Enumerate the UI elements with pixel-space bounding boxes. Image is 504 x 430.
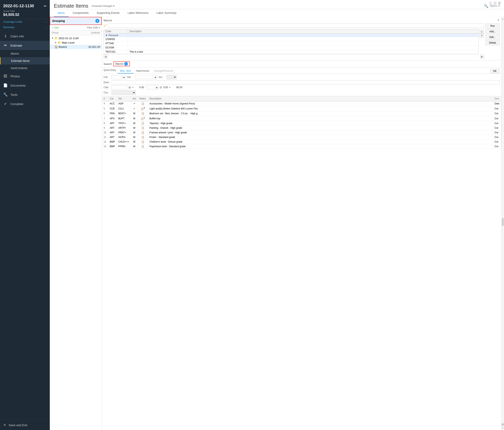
qe-tab-misc-item[interactable]: Misc. Item bbox=[118, 69, 134, 73]
macros-row-0[interactable]: 123WSD bbox=[104, 37, 478, 41]
table-row[interactable]: 7 APS BUFT M 📋1 Buffet tray Cor bbox=[102, 116, 501, 121]
tab-labor-minimums[interactable]: Labor Minimums bbox=[124, 9, 152, 17]
table-row[interactable]: 9 ART ARTP+ M 📋 Painting - Artwork - Hig… bbox=[102, 126, 501, 130]
save-exit-label: Save and Exit bbox=[9, 423, 27, 427]
root-expand-icon[interactable]: ▼ bbox=[51, 37, 54, 39]
search-icon[interactable]: 🔍 bbox=[484, 4, 488, 8]
sidebar-item-sketch[interactable]: Sketch bbox=[0, 50, 50, 57]
unsaved-changes[interactable]: Unsaved changes ▾ bbox=[91, 4, 115, 8]
cell-act-8: M bbox=[131, 140, 138, 144]
cell-cov-4: Cor bbox=[493, 121, 501, 126]
tools-icon: 🔧 bbox=[3, 92, 8, 97]
sidebar-item-photos[interactable]: 🖼 Photos bbox=[0, 72, 50, 81]
macros-row-1[interactable]: ATT345 bbox=[104, 41, 478, 46]
macros-run-button[interactable]: Run bbox=[486, 24, 500, 28]
act-select[interactable] bbox=[167, 75, 177, 79]
level1-expand-icon[interactable]: ▼ bbox=[54, 41, 57, 44]
macros-add-button[interactable]: Add... bbox=[486, 29, 500, 34]
scrollbar-up[interactable]: ▲ bbox=[501, 17, 504, 21]
sel-dropdown-icon[interactable]: ◀ bbox=[153, 76, 157, 79]
table-row[interactable]: 4 ACC AGP + 📋 Accessories - Mobile Home … bbox=[102, 101, 501, 106]
maximize-button[interactable]: □ bbox=[494, 2, 496, 4]
col-group: Group bbox=[52, 31, 58, 34]
macros-scroll-up[interactable]: ▲ bbox=[479, 29, 484, 34]
search-macros-badge[interactable]: Macros 1 bbox=[113, 62, 130, 66]
documents-label: Documents bbox=[10, 84, 26, 87]
quick-entry-calc-row: Calc: ⊞ = 0.00 ◀ @ 0.00 = $0.00 bbox=[104, 85, 500, 89]
table-row[interactable]: 10 ART PRNT+ M 📋 Framed artwork / print … bbox=[102, 130, 501, 135]
table-row[interactable]: 5 CCE CCLI + 📋3 Light and(&) Motion Side… bbox=[102, 106, 501, 111]
macros-scroll-left[interactable]: ◀ bbox=[104, 55, 107, 59]
search-label: Search bbox=[104, 63, 112, 65]
back-icon[interactable]: ⇐ bbox=[44, 4, 46, 8]
macros-col-desc: Description bbox=[128, 29, 478, 33]
tree-root[interactable]: ▼ 📁 2022-01-12-1130 bbox=[50, 36, 102, 40]
sidebar-item-estimate[interactable]: ✏ Estimate bbox=[0, 41, 50, 50]
cat-dropdown-icon[interactable]: ◀ bbox=[122, 76, 125, 79]
cell-sel-1: CCLI bbox=[117, 106, 131, 111]
minimize-button[interactable]: − bbox=[489, 2, 492, 4]
sidebar: 2022-01-12-1130 ⇐ Grand Total $4,505.52 … bbox=[0, 0, 50, 430]
sidebar-item-coverage-limits[interactable]: Coverage Limits › bbox=[0, 19, 50, 25]
sel-input[interactable] bbox=[135, 75, 153, 79]
sidebar-item-tools[interactable]: 🔧 Tools bbox=[0, 90, 50, 99]
tree-room1[interactable]: 🏠 Room1 $3,991.99 bbox=[50, 45, 102, 49]
table-row[interactable]: 8 ART TPST+ M 📋 Tapestry - High grade Co… bbox=[102, 121, 501, 126]
table-row[interactable]: 12 BMP CHLD+++ M 📋 Children's book - Del… bbox=[102, 140, 501, 144]
col-header-sel: Sel bbox=[117, 96, 131, 101]
estimate-items-label: Estimate Items bbox=[11, 59, 30, 63]
tab-labor-summary[interactable]: Labor Summary bbox=[153, 9, 181, 17]
filter-button[interactable]: Filter (Off) ▾ bbox=[87, 26, 100, 29]
macros-scroll-down[interactable]: ▼ bbox=[479, 34, 484, 37]
table-row[interactable]: 11 ART HCPH- M 📋 Poster - Standard grade… bbox=[102, 135, 501, 140]
sidebar-item-claim-info[interactable]: ℹ Claim Info bbox=[0, 32, 50, 41]
sidebar-item-summary[interactable]: Summary › bbox=[0, 25, 50, 30]
sidebar-item-documents[interactable]: 📄 Documents bbox=[0, 81, 50, 90]
macros-collapse-icon[interactable]: ⇑ bbox=[497, 18, 500, 22]
note-icon-0: 📋 bbox=[141, 102, 144, 105]
cat-input[interactable] bbox=[112, 75, 122, 79]
add-grouping-button[interactable]: + Add bbox=[52, 26, 59, 29]
tab-items[interactable]: Items bbox=[54, 9, 69, 17]
scrollbar-down[interactable]: ▼ bbox=[501, 426, 504, 430]
table-row[interactable]: 6 FRN BDST+ M 📋 Bedroom set - Bed, dress… bbox=[102, 111, 501, 116]
macros-row-3[interactable]: TEST231 This is a test bbox=[104, 50, 478, 54]
col-subtotal: Subtotal bbox=[91, 31, 100, 34]
calculator-icon[interactable]: ⊞ bbox=[128, 86, 131, 89]
macros-search-input[interactable] bbox=[108, 24, 484, 28]
sidebar-item-estimate-items[interactable]: Estimate Items bbox=[0, 57, 50, 64]
note-num-1: 3 bbox=[144, 107, 145, 109]
qe-tab-salvage-restored[interactable]: Salvage/Restored bbox=[152, 69, 175, 73]
tab-components[interactable]: Components bbox=[69, 9, 92, 17]
calc-unit-dropdown[interactable]: ◀ bbox=[155, 86, 158, 89]
tree-level1[interactable]: ▼ 📁 Main Level bbox=[50, 40, 102, 45]
save-exit-button[interactable]: ✕ Save and Exit bbox=[0, 420, 50, 430]
qe-tab-attachments[interactable]: Attachments bbox=[134, 69, 152, 73]
calc-total: $0.00 bbox=[176, 86, 182, 89]
desc-input[interactable] bbox=[112, 80, 500, 84]
macro-code-3: TEST231 bbox=[104, 50, 128, 54]
calc-unit-input[interactable] bbox=[147, 86, 155, 89]
sidebar-item-complete[interactable]: ✔ Complete bbox=[0, 99, 50, 109]
macros-scroll-right[interactable]: ▶ bbox=[480, 55, 484, 59]
scrollbar-thumb[interactable] bbox=[502, 218, 504, 226]
sketch-label: Sketch bbox=[10, 52, 19, 55]
item-hash-label[interactable]: Item # bbox=[490, 4, 500, 8]
macros-edit-button[interactable]: Edit... bbox=[486, 35, 500, 40]
calc-input[interactable] bbox=[111, 85, 127, 89]
quick-entry-ok-button[interactable]: OK bbox=[490, 69, 500, 73]
close-button[interactable]: ✕ bbox=[498, 2, 501, 4]
macros-row-2[interactable]: DCVSM bbox=[104, 46, 478, 50]
sidebar-item-xact-contents[interactable]: XactContents bbox=[0, 64, 50, 72]
macros-delete-button[interactable]: Delete bbox=[486, 40, 500, 45]
main-tabs: Items Components Supporting Events Labor… bbox=[50, 9, 504, 17]
filter-label: Filter (Off) bbox=[87, 26, 98, 29]
calc-at-symbol: @ bbox=[160, 86, 162, 89]
chevron-down-icon: ▼ bbox=[105, 34, 108, 37]
vertical-scrollbar[interactable]: ▲ V ▼ bbox=[501, 17, 504, 430]
macro-desc-3: This is a test bbox=[128, 50, 478, 54]
tab-supporting-events[interactable]: Supporting Events bbox=[93, 9, 124, 17]
cell-num-1: 5 bbox=[102, 106, 108, 111]
cov-select[interactable] bbox=[112, 90, 136, 95]
table-row[interactable]: 13 BMP PPRN- M 📋 Paperback book - Standa… bbox=[102, 144, 501, 149]
